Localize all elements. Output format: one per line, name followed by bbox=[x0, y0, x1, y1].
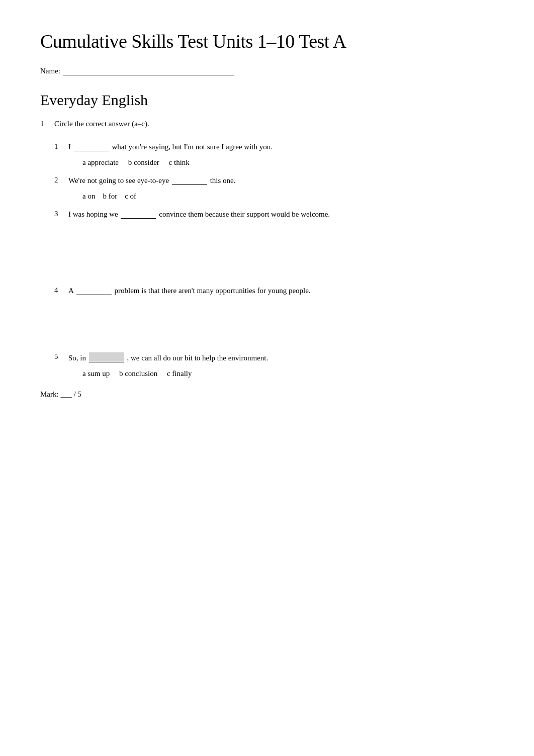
page-title: Cumulative Skills Test Units 1–10 Test A bbox=[40, 30, 494, 52]
question-content-4: A problem is that there aren't many oppo… bbox=[68, 286, 494, 295]
options-text-5: a sum up b conclusion c finally bbox=[82, 369, 192, 377]
blank-2 bbox=[172, 176, 207, 185]
question-content-5: So, in , we can all do our bit to help t… bbox=[68, 352, 494, 362]
question-content-1: I what you're saying, but I'm not sure I… bbox=[68, 142, 494, 151]
blank-5 bbox=[89, 352, 124, 362]
mark-blank: ___ bbox=[60, 390, 72, 398]
question-item: 3 I was hoping we convince them because … bbox=[54, 210, 494, 219]
mark-total: / 5 bbox=[74, 390, 81, 398]
question-number-2: 2 bbox=[54, 176, 68, 185]
options-text-1: a appreciate b consider c think bbox=[82, 158, 190, 166]
spacer-q5 bbox=[40, 302, 494, 352]
mark-line: Mark: ___ / 5 bbox=[40, 390, 494, 399]
spacer-q4 bbox=[40, 226, 494, 286]
question-content-3: I was hoping we convince them because th… bbox=[68, 210, 494, 219]
blank-3 bbox=[121, 210, 156, 219]
question-number-5: 5 bbox=[54, 352, 68, 362]
question-number-1: 1 bbox=[54, 142, 68, 151]
question-item: 1 I what you're saying, but I'm not sure… bbox=[54, 142, 494, 151]
blank-4 bbox=[76, 286, 112, 295]
options-5: a sum up b conclusion c finally bbox=[54, 369, 494, 378]
question-number-3: 3 bbox=[54, 210, 68, 219]
exercise-instruction: Circle the correct answer (a–c). bbox=[54, 120, 149, 128]
name-line: Name: bbox=[40, 66, 494, 75]
options-text-2: a on b for c of bbox=[82, 192, 136, 200]
question-number-4: 4 bbox=[54, 286, 68, 295]
options-1: a appreciate b consider c think bbox=[54, 158, 494, 167]
blank-1 bbox=[74, 142, 109, 151]
mark-label: Mark: bbox=[40, 390, 59, 398]
question-item: 2 We're not going to see eye-to-eye this… bbox=[54, 176, 494, 185]
question-item: 5 So, in , we can all do our bit to help… bbox=[54, 352, 494, 362]
section-title: Everyday English bbox=[40, 91, 494, 109]
options-2: a on b for c of bbox=[54, 192, 494, 201]
exercise-number: 1 bbox=[40, 120, 54, 135]
question-content-2: We're not going to see eye-to-eye this o… bbox=[68, 176, 494, 185]
name-input-line bbox=[63, 66, 234, 75]
exercise-block: 1 Circle the correct answer (a–c). 1 I w… bbox=[40, 120, 494, 378]
name-label: Name: bbox=[40, 67, 60, 75]
question-item: 4 A problem is that there aren't many op… bbox=[54, 286, 494, 295]
